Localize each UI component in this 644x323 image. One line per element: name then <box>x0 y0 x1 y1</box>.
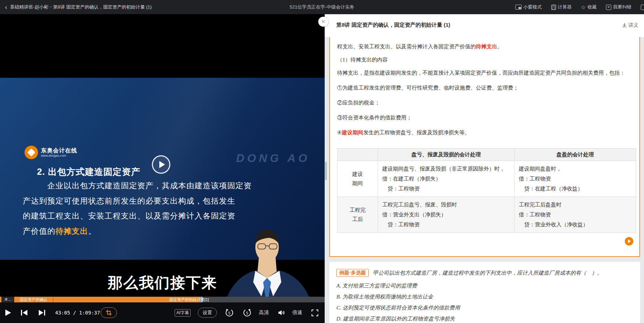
speed-button[interactable]: 倍速 <box>292 302 302 323</box>
clip-button[interactable] <box>101 302 117 323</box>
doc-text: 程支出、安装工程支出、以及需分摊计入各固定资产价值的 <box>337 44 476 49</box>
table-header-col2: 盘亏、报废及毁损的会计处理 <box>378 149 515 161</box>
option-a: A. 支付给第三方监理公司的监理费 <box>336 282 417 289</box>
slide-body-line: 产达到预定可使用状态前所发生的必要支出构成，包括发生 <box>23 196 235 206</box>
chapter-segment-current[interactable]: 固定资产的初始计量[1] <box>53 297 325 302</box>
clip-crop-icon <box>106 309 112 316</box>
logo-site-text: www.dongao.com <box>41 154 77 157</box>
video-control-bar: 43:05 / 1:09:37 AI字幕 设置 5 <box>0 302 325 323</box>
row-label: 工程完 工后 <box>337 197 378 233</box>
report-error-button[interactable]: ✕ 我要纠错 <box>606 4 632 10</box>
watermark-text: DONG AO <box>236 152 310 165</box>
handout-page-next: 例题·多选题 甲公司以出包方式建造厂房，建造过程中发生的下列支出中，应计入所建造… <box>329 262 640 323</box>
table-cell: 建设期间盘亏、报废及毁损（非正常原因除外）时， 借：在建工程（净损失） 贷：工程… <box>378 161 515 197</box>
doc-paragraph: 程支出、安装工程支出、以及需分摊计入各固定资产价值的待摊支出。 <box>337 43 502 50</box>
previous-lesson-button[interactable] <box>21 302 28 323</box>
close-panel-button[interactable]: ✕ <box>318 17 328 27</box>
fullscreen-button[interactable] <box>312 302 318 323</box>
option-b: B. 为取得土地使用权而缴纳的土地出让金 <box>336 294 433 300</box>
next-arrow-icon <box>628 239 631 243</box>
video-player[interactable]: 东奥会计在线 www.dongao.com DONG AO 2. 出包方式建造固… <box>0 14 325 323</box>
table-header-empty <box>337 149 378 161</box>
ai-caption-label: AI字幕 <box>175 309 191 317</box>
pip-mode-button[interactable]: 小窗模式 <box>515 4 542 10</box>
chapter-segment[interactable]: 本... <box>0 297 14 302</box>
row-label: 建设 期间 <box>337 161 378 197</box>
quality-button[interactable]: 高清 <box>259 302 269 323</box>
previous-icon <box>21 309 28 316</box>
calculator-label: 计算器 <box>558 4 572 10</box>
doc-paragraph: ②应负担的税金； <box>337 99 380 106</box>
slide-heading: 2. 出包方式建造固定资产 <box>37 166 140 178</box>
doc-paragraph: 待摊支出，是指在建设期间发生的，不能直接计入某项固定资产价值，而应由所建造固定资… <box>337 70 625 76</box>
ai-caption-button[interactable]: AI字幕 <box>175 302 191 323</box>
svg-text:5: 5 <box>246 311 248 315</box>
slide-line-pre: 产价值的 <box>23 227 55 236</box>
panel-resize-handle[interactable] <box>325 162 327 180</box>
example-type-badge: 例题·多选题 <box>336 269 369 277</box>
star-icon: ☆ <box>581 5 586 10</box>
table-header-col3: 盘盈的会计处理 <box>515 149 636 161</box>
doc-text: ④ <box>337 130 342 135</box>
play-icon <box>159 161 165 168</box>
volume-button[interactable] <box>278 302 285 323</box>
download-icon <box>622 23 627 28</box>
download-handout-button[interactable]: 讲义 <box>622 22 638 28</box>
fullscreen-icon <box>312 309 318 316</box>
doc-text: 。 <box>497 44 502 49</box>
course-title: 基础精讲班-赵小彬・第8讲 固定资产的确认，固定资产的初始计量 (1) <box>10 4 152 10</box>
chapter-segment-label: 固定资产的初始计量[1] <box>169 297 209 302</box>
report-error-label: 我要纠错 <box>613 4 632 10</box>
pip-icon <box>515 5 522 10</box>
clipped-square-icon <box>641 5 644 10</box>
accounting-treatment-table: 盘亏、报废及毁损的会计处理 盘盈的会计处理 建设 期间 建设期间盘亏、报废及毁损… <box>337 148 636 233</box>
speaker-icon <box>278 309 285 316</box>
chapter-segment-label: 固定资产的确认 <box>20 297 47 302</box>
table-cell: 工程完工后盘亏、报废、毁损时 借：营业外支出（净损失） 贷：工程物资 <box>378 197 515 233</box>
slide-body-line: 产价值的待摊支出。 <box>23 226 96 237</box>
forward-5s-button[interactable]: 5 <box>243 302 251 323</box>
chapter-segment[interactable]: 固定资产的确认 <box>14 297 53 302</box>
chapter-progress-bar[interactable]: 本... 固定资产的确认 固定资产的初始计量[1] <box>0 297 325 302</box>
favorite-button[interactable]: ☆ 收藏 <box>581 4 597 10</box>
next-page-button[interactable] <box>625 237 633 246</box>
calculator-button[interactable]: 计算器 <box>551 4 572 10</box>
more-action-button[interactable] <box>641 5 644 10</box>
table-cell: 建设期间盘盈时， 借：工程物资 贷：在建工程（净收益） <box>515 161 636 197</box>
table-row: 建设 期间 建设期间盘亏、报废及毁损（非正常原因除外）时， 借：在建工程（净损失… <box>337 161 636 197</box>
chapter-segment-label: 本... <box>1 297 14 302</box>
table-header-row: 盘亏、报废及毁损的会计处理 盘盈的会计处理 <box>337 149 636 161</box>
settings-label: 设置 <box>198 308 217 318</box>
doc-text: 发生的工程物资盘亏、报废及毁损净损失等。 <box>363 130 470 135</box>
play-overlay-button[interactable] <box>152 155 170 174</box>
slide-body-line: 的建筑工程支出、安装工程支出、以及需分摊计入各固定资 <box>23 211 235 221</box>
doc-paragraph: （1）待摊支出的内容 <box>337 56 388 63</box>
settings-button[interactable]: 设置 <box>198 302 217 323</box>
svg-text:5: 5 <box>228 311 230 315</box>
doc-paragraph: ④建设期间发生的工程物资盘亏、报废及毁损净损失等。 <box>337 129 470 136</box>
dongao-logo-icon <box>25 146 38 159</box>
logo-brand-text: 东奥会计在线 <box>41 147 77 154</box>
next-lesson-button[interactable] <box>38 302 46 323</box>
time-display: 43:05 / 1:09:37 <box>55 302 100 323</box>
handout-page-current: 程支出、安装工程支出、以及需分摊计入各固定资产价值的待摊支出。 （1）待摊支出的… <box>329 37 640 257</box>
slide-line-post: 。 <box>88 227 96 236</box>
calculator-icon <box>551 5 556 10</box>
top-bar: ‹ 基础精讲班-赵小彬・第8讲 固定资产的确认，固定资产的初始计量 (1) 52… <box>0 0 644 14</box>
example-question: 甲公司以出包方式建造厂房，建造过程中发生的下列支出中，应计入所建造厂房成本的有（… <box>373 270 602 276</box>
table-row: 工程完 工后 工程完工后盘亏、报废、毁损时 借：营业外支出（净损失） 贷：工程物… <box>337 197 636 233</box>
doc-highlight-red: 待摊支出 <box>476 44 497 49</box>
back-chevron-icon[interactable]: ‹ <box>5 4 7 10</box>
doc-paragraph: ③符合资本化条件的借款费用； <box>337 114 412 121</box>
slide-body-line: 企业以出包方式建造固定资产，其成本由建造该项固定资 <box>47 181 252 191</box>
app-window: ‹ 基础精讲班-赵小彬・第8讲 固定资产的确认，固定资产的初始计量 (1) 52… <box>0 0 644 323</box>
slide-line-highlight: 待摊支出 <box>55 227 88 236</box>
next-icon <box>38 309 46 316</box>
table-cell: 工程完工后盘盈时 借：工程物资 贷：营业外收入（净收益） <box>515 197 636 233</box>
play-button[interactable] <box>5 302 11 323</box>
rewind-5s-button[interactable]: 5 <box>225 302 234 323</box>
rewind-5s-icon: 5 <box>225 308 234 317</box>
dongao-logo: 东奥会计在线 www.dongao.com <box>25 146 77 159</box>
pip-mode-label: 小窗模式 <box>523 4 542 10</box>
error-box-icon: ✕ <box>606 5 611 10</box>
